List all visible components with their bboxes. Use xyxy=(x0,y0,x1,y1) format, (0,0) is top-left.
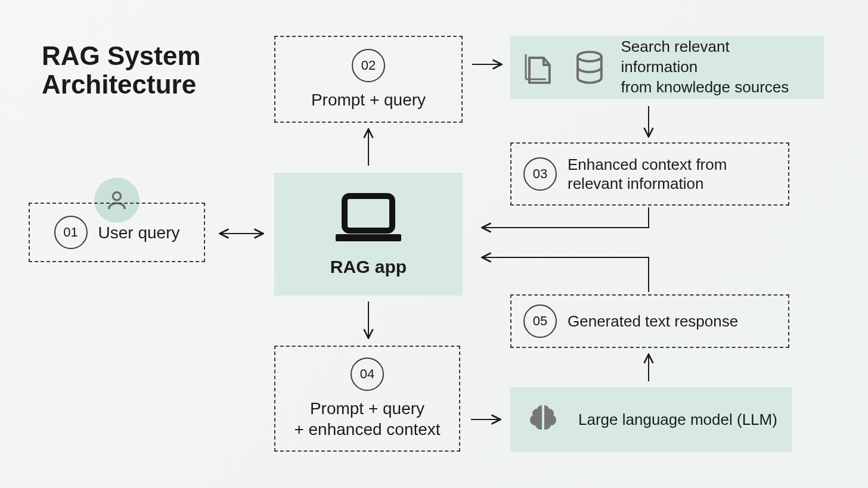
arrows xyxy=(0,0,868,488)
diagram-canvas: RAG System Architecture 01 User query 02… xyxy=(0,0,868,488)
